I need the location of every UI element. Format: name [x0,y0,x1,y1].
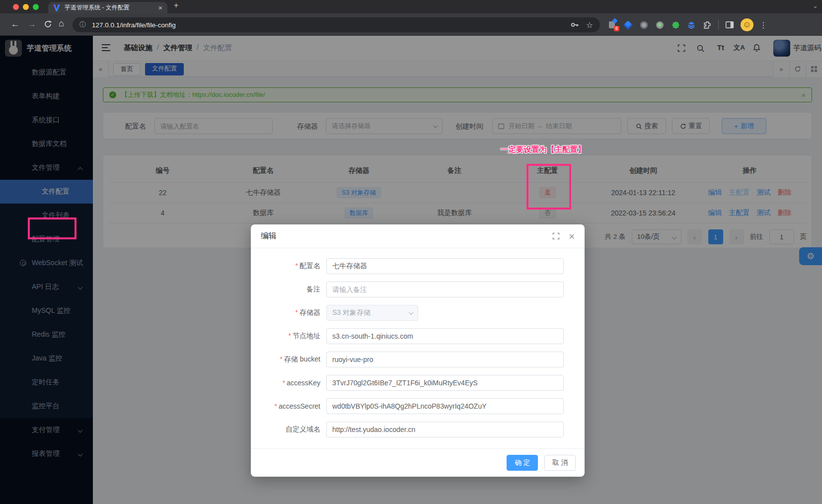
extension-icon[interactable] [655,20,665,30]
chevron-down-icon [409,310,414,315]
traffic-zoom-button[interactable] [33,4,39,10]
annotation-note: 一定要设置为【主配置】 [501,144,586,155]
extension-icon[interactable] [686,20,696,30]
site-info-icon[interactable]: ⓘ [79,20,86,29]
reload-icon[interactable] [44,20,52,28]
extension-icon[interactable] [671,20,680,30]
home-icon[interactable]: ⌂ [59,18,64,29]
dialog-body: *配置名 备注 *存储器 S3 对象存储 *节点地址 *存储 bucket *a… [251,248,585,437]
site-favicon-icon [53,4,60,11]
new-tab-button[interactable]: + [174,1,178,10]
extensions-puzzle-icon[interactable] [702,20,712,30]
dialog-title: 编辑 [261,231,277,241]
browser-tab[interactable]: 芋道管理系统 - 文件配置 × [48,2,167,13]
traffic-minimize-button[interactable] [23,4,29,10]
dialog-header: 编辑 × [251,224,585,248]
field-label-endpoint: *节点地址 [261,332,326,341]
edit-dialog: 编辑 × *配置名 备注 *存储器 S3 对象存储 *节点地址 *存储 b [251,224,585,477]
password-key-icon[interactable] [570,20,579,29]
browser-toolbar: ← → ⌂ ⓘ 127.0.0.1/infra/file/file-config… [0,13,822,36]
traffic-close-button[interactable] [13,4,19,10]
dialog-close-icon[interactable]: × [569,232,575,240]
name-field[interactable] [326,258,564,274]
confirm-button[interactable]: 确 定 [507,455,538,471]
domain-field[interactable] [326,422,564,437]
storage-select-disabled: S3 对象存储 [326,305,418,321]
dialog-fullscreen-icon[interactable] [552,232,560,240]
extension-icon[interactable] [623,20,633,30]
browser-profile-avatar[interactable]: ☺ [741,18,753,31]
address-bar[interactable]: ⓘ 127.0.0.1/infra/file/file-config ☆ [73,17,600,32]
extension-badge: 6 [614,26,619,31]
tab-close-icon[interactable]: × [158,4,162,12]
cancel-button[interactable]: 取 消 [544,455,576,471]
field-label-accesssecret: *accessSecret [261,402,326,410]
toolbar-divider [718,20,719,30]
field-label-remark: 备注 [261,285,326,294]
annotation-sidebar-box [28,217,76,239]
browser-tabstrip: 芋道管理系统 - 文件配置 × + ⌄ [0,0,822,13]
field-label-accesskey: *accessKey [261,379,326,387]
side-panel-icon[interactable] [725,20,735,30]
dialog-footer: 确 定 取 消 [251,448,585,477]
bucket-field[interactable] [326,352,564,367]
accesskey-field[interactable] [326,375,564,391]
field-label-name: *配置名 [261,262,326,271]
back-icon[interactable]: ← [11,19,19,30]
url-text[interactable]: 127.0.0.1/infra/file/file-config [92,21,570,29]
annotation-master-column-box [526,164,571,210]
tab-overview-icon[interactable]: ⌄ [813,2,818,9]
extension-icon[interactable]: 6 [607,20,617,30]
forward-icon[interactable]: → [28,19,36,30]
field-label-domain: 自定义域名 [261,425,326,434]
bookmark-star-icon[interactable]: ☆ [586,20,593,30]
browser-menu-icon[interactable]: ⋮ [759,20,767,30]
extension-area: 6 ☺ ⋮ [607,17,767,32]
field-label-bucket: *存储 bucket [261,355,326,364]
remark-field[interactable] [326,282,564,297]
accesssecret-field[interactable] [326,398,564,414]
endpoint-field[interactable] [326,328,564,344]
field-label-storage: *存储器 [261,308,326,317]
extension-icon[interactable] [639,20,649,30]
browser-tab-title: 芋道管理系统 - 文件配置 [65,3,154,12]
